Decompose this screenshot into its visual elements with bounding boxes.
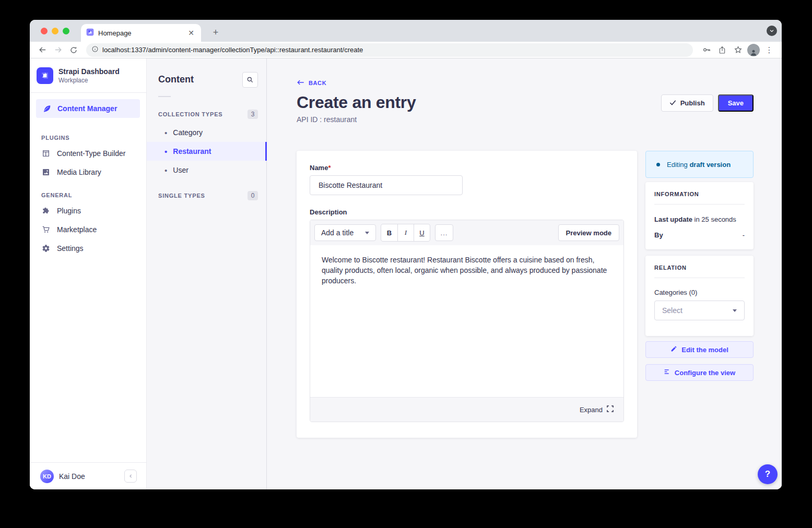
- browser-window: Homepage ✕ + localhost:1337/admin/conten…: [30, 20, 782, 489]
- content-subnav: Content COLLECTION TYPES 3 • Category • …: [147, 58, 267, 489]
- main-sidebar: Strapi Dashboard Workplace Content Manag…: [30, 58, 147, 489]
- browser-profile-avatar[interactable]: [747, 44, 760, 56]
- workspace-brand[interactable]: Strapi Dashboard Workplace: [30, 58, 146, 93]
- sidebar-item-media-library[interactable]: Media Library: [30, 163, 146, 182]
- single-types-count-badge: 0: [248, 191, 258, 200]
- pencil-icon: [670, 345, 677, 354]
- save-button[interactable]: Save: [718, 94, 754, 112]
- help-button[interactable]: ?: [758, 464, 778, 484]
- italic-button[interactable]: I: [397, 224, 414, 241]
- browser-menu-icon[interactable]: ⋮: [763, 44, 775, 56]
- sidebar-item-marketplace[interactable]: Marketplace: [30, 220, 146, 239]
- subnav-item-user[interactable]: • User: [147, 161, 266, 179]
- entry-aside: Editing draft version INFORMATION Last u…: [645, 151, 754, 381]
- subnav-item-category[interactable]: • Category: [147, 123, 266, 142]
- entry-form-card: Name* Description Add a title B I: [297, 151, 637, 438]
- single-types-label: SINGLE TYPES: [158, 193, 205, 199]
- by-value: -: [743, 231, 745, 239]
- password-key-icon[interactable]: [700, 44, 713, 56]
- sidebar-item-label: Content-Type Builder: [57, 149, 126, 158]
- bullet-icon: •: [164, 129, 167, 137]
- main-content: BACK Create an entry API ID : restaurant…: [267, 58, 782, 489]
- subnav-title: Content: [158, 74, 194, 85]
- collection-types-count-badge: 3: [248, 110, 258, 119]
- by-row: By-: [654, 231, 745, 239]
- sidebar-section-general: GENERAL: [30, 182, 146, 201]
- subnav-item-label: Restaurant: [173, 147, 211, 155]
- sidebar-item-plugins[interactable]: Plugins: [30, 201, 146, 220]
- minimize-window-button[interactable]: [52, 28, 58, 34]
- name-input[interactable]: [310, 175, 463, 195]
- required-asterisk: *: [328, 164, 331, 172]
- subnav-item-label: User: [173, 166, 189, 174]
- publish-button[interactable]: Publish: [661, 94, 713, 112]
- status-dot-icon: [656, 163, 660, 166]
- expand-icon[interactable]: [607, 405, 614, 414]
- back-link[interactable]: BACK: [297, 78, 754, 88]
- gear-icon: [41, 244, 50, 253]
- collapse-sidebar-button[interactable]: [124, 470, 137, 483]
- sidebar-user-row: KD Kai Doe: [30, 462, 146, 489]
- close-window-button[interactable]: [41, 28, 48, 34]
- address-bar[interactable]: localhost:1337/admin/content-manager/col…: [86, 43, 693, 57]
- bold-button[interactable]: B: [381, 224, 397, 241]
- search-button[interactable]: [242, 72, 258, 88]
- bookmark-star-icon[interactable]: [732, 44, 744, 56]
- name-field-label: Name*: [310, 164, 624, 172]
- sidebar-item-label: Media Library: [57, 168, 101, 176]
- configure-view-button[interactable]: Configure the view: [645, 364, 754, 381]
- strapi-logo: [37, 67, 53, 84]
- chrome-profile-chevron-icon[interactable]: [767, 26, 777, 36]
- user-name: Kai Doe: [59, 472, 119, 481]
- subnav-item-label: Category: [173, 128, 203, 137]
- sidebar-item-content-type-builder[interactable]: Content-Type Builder: [30, 144, 146, 163]
- title-style-select[interactable]: Add a title: [314, 224, 376, 241]
- workspace-subtitle: Workplace: [58, 77, 120, 84]
- description-textarea[interactable]: Welcome to Biscotte restaurant! Restaura…: [310, 245, 623, 397]
- text-format-group: B I U: [381, 224, 430, 242]
- edit-model-button[interactable]: Edit the model: [645, 341, 754, 358]
- draft-status-text: Editing draft version: [667, 161, 731, 169]
- information-title: INFORMATION: [654, 191, 745, 197]
- back-arrow-icon: [297, 78, 304, 88]
- back-navigation-icon[interactable]: [36, 44, 49, 56]
- configure-lines-icon: [664, 368, 670, 377]
- tab-close-icon[interactable]: ✕: [186, 29, 196, 37]
- chevron-down-icon: [733, 309, 737, 312]
- more-formatting-button[interactable]: ...: [435, 224, 453, 241]
- draft-status-banner: Editing draft version: [645, 151, 754, 178]
- feather-pen-icon: [42, 104, 51, 113]
- sidebar-item-label: Settings: [57, 244, 84, 253]
- sidebar-item-settings[interactable]: Settings: [30, 239, 146, 258]
- relation-card: RELATION Categories (0) Select: [645, 256, 754, 336]
- fullscreen-window-button[interactable]: [63, 28, 69, 34]
- url-text: localhost:1337/admin/content-manager/col…: [102, 46, 363, 54]
- user-avatar[interactable]: KD: [40, 470, 54, 483]
- subnav-item-restaurant[interactable]: • Restaurant: [147, 142, 266, 161]
- categories-select[interactable]: Select: [654, 301, 745, 320]
- sidebar-item-label: Plugins: [57, 207, 81, 215]
- strapi-app: Strapi Dashboard Workplace Content Manag…: [30, 58, 782, 489]
- site-info-icon[interactable]: [91, 45, 99, 55]
- shopping-cart-icon: [41, 225, 50, 234]
- description-field-label: Description: [310, 208, 624, 216]
- sidebar-item-content-manager[interactable]: Content Manager: [36, 99, 140, 118]
- chevron-down-icon: [365, 232, 369, 234]
- editor-footer: Expand: [310, 397, 623, 422]
- workspace-title: Strapi Dashboard: [58, 67, 120, 76]
- sidebar-item-label: Content Manager: [57, 104, 117, 113]
- sidebar-section-plugins: PLUGINS: [30, 124, 146, 144]
- expand-label: Expand: [580, 406, 603, 414]
- layout-icon: [41, 149, 50, 158]
- preview-mode-button[interactable]: Preview mode: [558, 224, 619, 241]
- new-tab-button[interactable]: +: [209, 26, 222, 39]
- reload-icon[interactable]: [67, 44, 80, 56]
- strapi-favicon: [86, 28, 94, 38]
- underline-button[interactable]: U: [414, 224, 430, 241]
- browser-tab[interactable]: Homepage ✕: [81, 24, 201, 42]
- information-card: INFORMATION Last update in 25 seconds By…: [645, 182, 754, 249]
- forward-navigation-icon[interactable]: [52, 44, 64, 56]
- share-icon[interactable]: [716, 44, 728, 56]
- image-icon: [41, 168, 50, 177]
- tab-title: Homepage: [98, 29, 182, 37]
